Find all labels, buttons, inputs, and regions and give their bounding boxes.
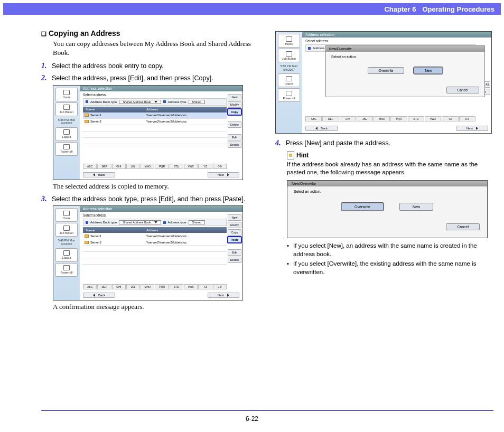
dialog-prompt: Select an action. — [331, 55, 479, 59]
back-button[interactable]: Back — [83, 293, 115, 298]
book-type-dropdown[interactable]: Shared Address Book — [119, 100, 161, 104]
delete-button[interactable]: Delete — [228, 121, 241, 128]
dialog-title: New/Overwrite — [326, 46, 484, 52]
clock: 5:48 PM Mon 6/4/2007 — [53, 118, 80, 125]
footer-rule — [41, 410, 493, 411]
hint-icon — [287, 151, 294, 159]
copy-button[interactable]: Copy — [228, 229, 241, 236]
addr-type-dropdown[interactable]: Shared — [189, 220, 206, 224]
paste-button[interactable]: Paste — [228, 237, 241, 243]
section-title: ❏Copying an Address — [41, 29, 259, 37]
next-button[interactable]: Next — [208, 293, 239, 298]
overwrite-button[interactable]: Overwrite — [341, 203, 384, 211]
step-3: 3. Select the address book type, press [… — [41, 195, 259, 204]
nav-home[interactable]: Home — [55, 208, 78, 222]
nav-logout[interactable]: Logout — [278, 73, 300, 87]
next-button[interactable]: Next — [208, 172, 239, 177]
nav-home[interactable]: Home — [55, 88, 78, 101]
step-2: 2. Select the address, press [Edit], and… — [41, 74, 259, 83]
table-row[interactable]: Server2\\server2\\\server2\folder\doc — [83, 239, 227, 246]
table-row[interactable]: Server1\\server1\\\server1\folder\doc... — [83, 233, 227, 239]
screenshot-overwrite-dialog: New/Overwrite Select an action. Overwrit… — [287, 180, 488, 238]
chapter-number: Chapter 6 — [384, 5, 416, 13]
table-row[interactable]: Server1\\server1\\\server1\folder\doc... — [83, 112, 227, 119]
nav-job[interactable]: Job Button — [55, 223, 78, 237]
nav-job[interactable]: Job Button — [55, 102, 78, 116]
new-button[interactable]: New — [399, 203, 433, 211]
nav-power[interactable]: Power off — [278, 88, 300, 102]
copy-button[interactable]: Copy — [228, 109, 241, 115]
right-column: Home Job Button 5:50 PM Mon 6/4/2007 Log… — [275, 29, 493, 315]
step-1: 1. Select the address book entry to copy… — [41, 62, 259, 71]
book-type-dropdown[interactable]: Shared Address Book — [119, 220, 161, 224]
filter-bar: Address Book type Shared Address Book Ad… — [83, 98, 227, 106]
caption-confirm: A confirmation message appears. — [53, 303, 259, 311]
table-row[interactable]: Server2\\server2\\\server2\folder\doc — [83, 119, 227, 125]
edit-button[interactable]: Edit — [228, 249, 241, 256]
nav-power[interactable]: Power off — [55, 263, 78, 277]
dialog-title: New/Overwrite — [287, 181, 487, 186]
new-button[interactable]: New — [228, 94, 241, 100]
modify-button[interactable]: Modify — [228, 222, 241, 228]
step-4: 4. Press [New] and paste the address. — [275, 139, 493, 148]
panel-title: Address selection — [80, 86, 242, 91]
hint-bullets: •If you select [New], an address with th… — [287, 241, 493, 276]
hint-header: Hint — [287, 151, 493, 159]
cancel-button[interactable]: Cancel — [446, 223, 480, 230]
dialog-prompt: Select an action. — [294, 190, 481, 193]
caption-copied: The selected address is copied to memory… — [53, 182, 259, 191]
screenshot-copy: Home Job Button 5:48 PM Mon 6/4/2007 Log… — [53, 85, 243, 180]
details-button[interactable]: Details — [228, 257, 241, 263]
new-button[interactable]: New — [228, 214, 241, 221]
alpha-filter[interactable]: ABCDEFGHIJKLMNOPQRSTUVWXYZ0-9 — [83, 164, 227, 169]
edit-button[interactable]: Edit — [228, 134, 241, 140]
back-button[interactable]: Back — [305, 126, 338, 131]
chapter-title: Operating Procedures — [422, 5, 494, 13]
clock: 5:49 PM Mon 6/4/2007 — [53, 239, 80, 246]
new-button[interactable]: New — [414, 67, 443, 74]
overwrite-button[interactable]: Overwrite — [368, 67, 405, 74]
new-overwrite-dialog: New/Overwrite Select an action. Overwrit… — [325, 45, 485, 97]
next-button[interactable]: Next — [456, 126, 488, 131]
page-number: 6-22 — [0, 415, 504, 422]
clock: 5:50 PM Mon 6/4/2007 — [276, 64, 302, 71]
screenshot-dialog: Home Job Button 5:50 PM Mon 6/4/2007 Log… — [275, 31, 492, 134]
screenshot-paste: Home Job Button 5:49 PM Mon 6/4/2007 Log… — [53, 205, 243, 300]
back-button[interactable]: Back — [83, 172, 115, 177]
section-intro: You can copy addresses between My Addres… — [53, 40, 259, 58]
cancel-button[interactable]: Cancel — [446, 87, 479, 93]
nav-logout[interactable]: Logout — [55, 127, 78, 141]
hint-text: If the address book already has an addre… — [287, 161, 493, 177]
nav-job[interactable]: Job Button — [278, 49, 300, 62]
panel-prompt: Select address. — [80, 91, 242, 98]
modify-button[interactable]: Modify — [228, 101, 241, 108]
left-column: ❏Copying an Address You can copy address… — [41, 29, 259, 315]
details-button[interactable]: Details — [228, 142, 241, 148]
nav-power[interactable]: Power off — [55, 142, 78, 156]
addr-type-dropdown[interactable]: Shared — [189, 100, 206, 104]
chapter-header: Chapter 6 Operating Procedures — [3, 3, 501, 15]
nav-logout[interactable]: Logout — [55, 248, 78, 262]
nav-home[interactable]: Home — [278, 34, 300, 48]
